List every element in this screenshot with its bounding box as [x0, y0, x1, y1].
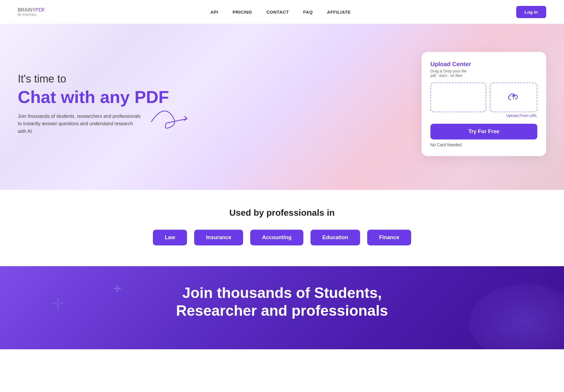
professionals-section: Used by professionals in Law Insurance A…	[0, 190, 564, 266]
cloud-upload-icon	[506, 90, 521, 105]
nav-affiliate[interactable]: AFFILIATE	[327, 9, 351, 15]
try-free-button[interactable]: Try For Free	[430, 124, 537, 139]
upload-formats: Drag & Drop your file pdf · docx · txt f…	[430, 69, 537, 78]
hero-right: Upload Center Drag & Drop your file pdf …	[184, 52, 546, 156]
hero-subtitle: It's time to	[18, 73, 184, 85]
hero-section: It's time to Chat with any PDF Join thou…	[0, 24, 564, 190]
nav-api[interactable]: API	[210, 9, 218, 15]
upload-center-label: Upload Center	[430, 61, 537, 68]
curly-arrow-icon	[145, 98, 199, 135]
logo-subtitle: By FileOnion	[18, 13, 45, 16]
tag-education[interactable]: Education	[310, 230, 360, 245]
tag-finance[interactable]: Finance	[367, 230, 411, 245]
nav-pricing[interactable]: PRICING	[232, 9, 252, 15]
logo-pdf: PDF	[36, 7, 45, 12]
upload-drop-zone[interactable]	[430, 82, 486, 112]
main-nav: API PRICING CONTACT FAQ AFFILIATE	[210, 9, 351, 15]
upload-card: Upload Center Drag & Drop your file pdf …	[422, 52, 546, 156]
logo-text: BRAINYPDF	[18, 8, 45, 12]
nav-contact[interactable]: CONTACT	[267, 9, 289, 15]
bottom-section: Join thousands of Students, Researcher a…	[0, 266, 564, 349]
logo-brainy: BRAINY	[18, 7, 36, 12]
login-button[interactable]: Log in	[516, 6, 546, 18]
header: BRAINYPDF By FileOnion API PRICING CONTA…	[0, 0, 564, 24]
no-card-text: No Card Needed	[430, 142, 537, 147]
nav-faq[interactable]: FAQ	[303, 9, 313, 15]
upload-icon-box[interactable]	[490, 82, 537, 112]
tag-accounting[interactable]: Accounting	[250, 230, 303, 245]
upload-from-url[interactable]: Upload From URL	[430, 113, 537, 118]
profession-tags: Law Insurance Accounting Education Finan…	[18, 230, 546, 245]
professionals-title: Used by professionals in	[18, 208, 546, 218]
hero-description: Join thousands of students, researchers …	[18, 112, 142, 135]
upload-drop-row	[430, 82, 537, 112]
logo: BRAINYPDF By FileOnion	[18, 8, 45, 16]
tag-law[interactable]: Law	[153, 230, 187, 245]
tag-insurance[interactable]: Insurance	[194, 230, 243, 245]
bottom-title: Join thousands of Students, Researcher a…	[18, 284, 546, 320]
